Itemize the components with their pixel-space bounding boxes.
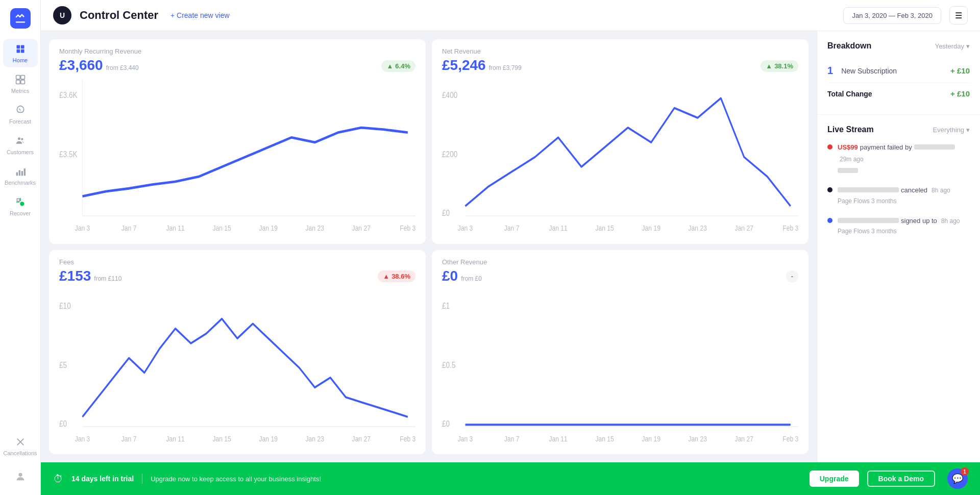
- breakdown-row-total: Total Change + £10: [827, 83, 970, 104]
- stream-signup-sub: Page Flows 3 months: [838, 227, 970, 236]
- benchmarks-icon: [14, 165, 27, 178]
- svg-text:Jan 23: Jan 23: [689, 434, 707, 443]
- svg-text:Jan 3: Jan 3: [458, 434, 473, 443]
- svg-rect-2: [16, 50, 20, 53]
- svg-text:Jan 15: Jan 15: [595, 434, 614, 443]
- right-panel: Breakdown Yesterday ▾ 1 New Subscription…: [817, 31, 980, 462]
- profile-avatar: [14, 471, 27, 483]
- breakdown-dropdown[interactable]: Yesterday ▾: [935, 42, 970, 50]
- stream-content-signed-up: signed up to 8h ago Page Flows 3 months: [838, 216, 970, 236]
- live-stream-title: Live Stream: [827, 125, 874, 134]
- metrics-icon: [14, 73, 27, 86]
- fees-from: from £110: [94, 275, 121, 282]
- menu-button[interactable]: ☰: [949, 6, 968, 24]
- page-title: Control Center: [80, 9, 158, 22]
- net-revenue-chart: £400 £200 £0 Jan 3 Jan 7 Jan 11 Jan 15 J…: [442, 79, 798, 236]
- sidebar-item-metrics-label: Metrics: [11, 88, 29, 94]
- stream-canceled-sub: Page Flows 3 months: [838, 196, 970, 206]
- trial-separator: [142, 474, 142, 484]
- chat-bubble[interactable]: 💬 1: [947, 468, 968, 489]
- sidebar-item-recover[interactable]: Recover: [3, 192, 38, 220]
- sidebar-item-forecast[interactable]: Forecast: [3, 100, 38, 129]
- fees-arrow: ▲: [383, 273, 389, 280]
- stream-dot-blue: [827, 218, 832, 223]
- svg-text:Jan 23: Jan 23: [306, 223, 325, 232]
- svg-rect-12: [21, 171, 22, 176]
- stream-dot-red: [827, 144, 832, 150]
- fees-chart: £10 £5 £0 Jan 3 Jan 7 Jan 11 Jan 15 Jan …: [59, 289, 415, 447]
- stream-item-canceled: canceled 8h ago Page Flows 3 months: [827, 185, 970, 206]
- svg-text:£0: £0: [59, 418, 67, 428]
- svg-text:Jan 19: Jan 19: [259, 223, 278, 232]
- svg-text:Jan 11: Jan 11: [166, 434, 185, 443]
- svg-text:£3.6K: £3.6K: [59, 90, 78, 100]
- live-stream-dropdown-label: Everything: [933, 126, 964, 134]
- other-revenue-card: Other Revenue £0 from £0 - £1 £0.5 £0: [432, 250, 808, 455]
- breakdown-total-label: Total Change: [827, 90, 872, 98]
- sidebar-item-recover-label: Recover: [10, 210, 31, 216]
- svg-text:Jan 19: Jan 19: [259, 434, 278, 443]
- stream-signup-name-redacted: [838, 218, 899, 223]
- sidebar-item-benchmarks-label: Benchmarks: [5, 180, 36, 186]
- stream-amount: US$99: [838, 142, 858, 153]
- other-revenue-chart: £1 £0.5 £0 Jan 3 Jan 7 Jan 11 Jan 15 Jan…: [442, 289, 798, 447]
- sidebar: Home Metrics Forecast Customers Benchmar…: [0, 0, 41, 495]
- svg-rect-11: [18, 170, 20, 176]
- stream-time-2: 8h ago: [932, 186, 950, 195]
- sidebar-item-profile[interactable]: [3, 466, 38, 487]
- svg-text:£0.5: £0.5: [442, 360, 456, 369]
- svg-rect-3: [20, 50, 24, 53]
- date-range-picker[interactable]: Jan 3, 2020 — Feb 3, 2020: [843, 7, 941, 24]
- stream-item-payment-failed: US$99 payment failed by 29m ago: [827, 142, 970, 175]
- main-content: U Control Center + Create new view Jan 3…: [41, 0, 980, 495]
- svg-text:Feb 3: Feb 3: [782, 434, 798, 443]
- sidebar-item-home[interactable]: Home: [3, 39, 38, 67]
- sidebar-item-benchmarks[interactable]: Benchmarks: [3, 161, 38, 190]
- svg-text:Jan 15: Jan 15: [212, 223, 231, 232]
- svg-text:Jan 15: Jan 15: [212, 434, 231, 443]
- svg-rect-5: [20, 76, 24, 80]
- stream-action-text: payment failed by: [860, 142, 912, 153]
- book-demo-button[interactable]: Book a Demo: [867, 471, 935, 487]
- svg-point-17: [18, 473, 22, 477]
- net-revenue-percent: 38.1%: [774, 62, 793, 70]
- stream-content-canceled: canceled 8h ago Page Flows 3 months: [838, 185, 970, 206]
- svg-text:Jan 3: Jan 3: [75, 434, 90, 443]
- sidebar-item-home-label: Home: [13, 57, 28, 63]
- svg-rect-6: [16, 80, 20, 84]
- svg-rect-0: [16, 45, 20, 49]
- svg-text:Jan 11: Jan 11: [549, 434, 568, 443]
- svg-text:£1: £1: [442, 301, 450, 310]
- sidebar-item-cancellations[interactable]: Cancellations: [3, 432, 38, 460]
- breakdown-count: 1: [827, 65, 833, 77]
- fees-percent: 38.6%: [391, 273, 410, 280]
- svg-text:Jan 15: Jan 15: [595, 223, 614, 232]
- svg-rect-7: [20, 80, 24, 84]
- stream-time-1: 29m ago: [840, 155, 864, 164]
- svg-text:£5: £5: [59, 360, 67, 369]
- stream-canceled-action: canceled: [901, 185, 927, 195]
- stream-dot-dark: [827, 187, 832, 192]
- sidebar-item-customers[interactable]: Customers: [3, 131, 38, 159]
- fees-value: £153: [59, 268, 91, 284]
- svg-text:Jan 7: Jan 7: [121, 223, 137, 232]
- svg-text:Jan 27: Jan 27: [735, 223, 753, 232]
- app-logo[interactable]: [10, 8, 31, 29]
- home-icon: [14, 43, 27, 55]
- sidebar-item-cancellations-label: Cancellations: [3, 450, 37, 456]
- live-stream-dropdown[interactable]: Everything ▾: [933, 126, 970, 134]
- breakdown-dropdown-label: Yesterday: [935, 42, 964, 50]
- breakdown-title: Breakdown: [827, 41, 871, 51]
- mrr-value: £3,660: [59, 57, 103, 73]
- svg-rect-13: [23, 168, 25, 176]
- svg-text:Jan 3: Jan 3: [75, 223, 90, 232]
- sidebar-item-metrics[interactable]: Metrics: [3, 69, 38, 98]
- create-new-view-button[interactable]: + Create new view: [170, 11, 230, 19]
- other-revenue-value: £0: [442, 268, 458, 284]
- mrr-title: Monthly Recurring Revenue: [59, 47, 415, 55]
- upgrade-button[interactable]: Upgrade: [810, 471, 859, 487]
- svg-text:£0: £0: [442, 208, 450, 218]
- live-stream-section: Live Stream Everything ▾ US$99 payment f…: [817, 115, 980, 462]
- net-revenue-arrow: ▲: [766, 62, 772, 70]
- live-stream-chevron-icon: ▾: [966, 126, 970, 134]
